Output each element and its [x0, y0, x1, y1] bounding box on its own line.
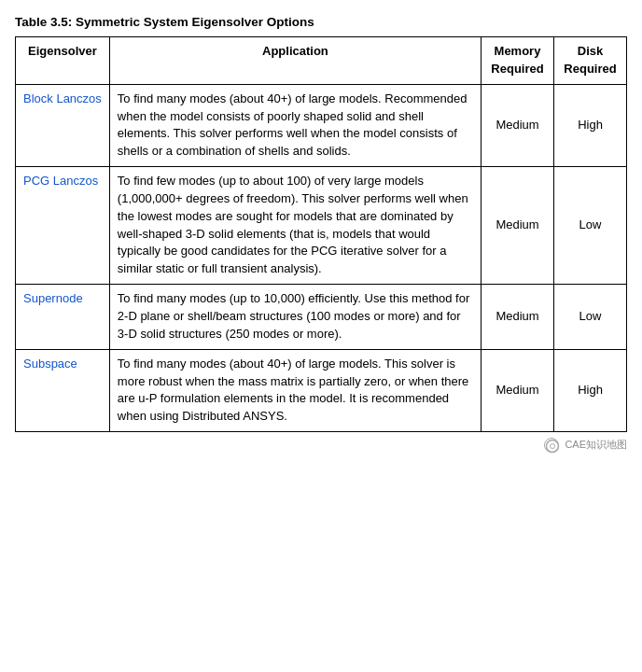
- eigensolver-name: PCG Lanczos: [16, 167, 110, 285]
- svg-point-1: [551, 444, 555, 449]
- application-description: To find many modes (about 40+) of large …: [109, 349, 481, 431]
- memory-required-value: Medium: [482, 84, 554, 166]
- application-description: To find many modes (about 40+) of large …: [109, 84, 481, 166]
- table-row: PCG LanczosTo find few modes (up to abou…: [16, 167, 627, 285]
- disk-required-value: Low: [554, 167, 627, 285]
- table-row: SupernodeTo find many modes (up to 10,00…: [16, 285, 627, 350]
- application-description: To find many modes (up to 10,000) effici…: [109, 285, 481, 350]
- application-description: To find few modes (up to about 100) of v…: [109, 167, 481, 285]
- header-application: Application: [109, 37, 481, 85]
- header-memory: Memory Required: [482, 37, 554, 85]
- header-disk: Disk Required: [554, 37, 627, 85]
- memory-required-value: Medium: [482, 285, 554, 350]
- watermark-text: CAE知识地图: [565, 439, 627, 450]
- watermark: CAE知识地图: [15, 438, 627, 453]
- watermark-icon: [544, 438, 559, 453]
- table-row: SubspaceTo find many modes (about 40+) o…: [16, 349, 627, 431]
- table-row: Block LanczosTo find many modes (about 4…: [16, 84, 627, 166]
- disk-required-value: High: [554, 84, 627, 166]
- disk-required-value: High: [554, 349, 627, 431]
- memory-required-value: Medium: [482, 167, 554, 285]
- eigensolver-table: Eigensolver Application Memory Required …: [15, 36, 627, 432]
- disk-required-value: Low: [554, 285, 627, 350]
- table-title: Table 3.5: Symmetric System Eigensolver …: [15, 15, 627, 29]
- eigensolver-name: Subspace: [16, 349, 110, 431]
- svg-point-0: [547, 441, 559, 453]
- memory-required-value: Medium: [482, 349, 554, 431]
- eigensolver-name: Block Lanczos: [16, 84, 110, 166]
- eigensolver-name: Supernode: [16, 285, 110, 350]
- header-eigensolver: Eigensolver: [16, 37, 110, 85]
